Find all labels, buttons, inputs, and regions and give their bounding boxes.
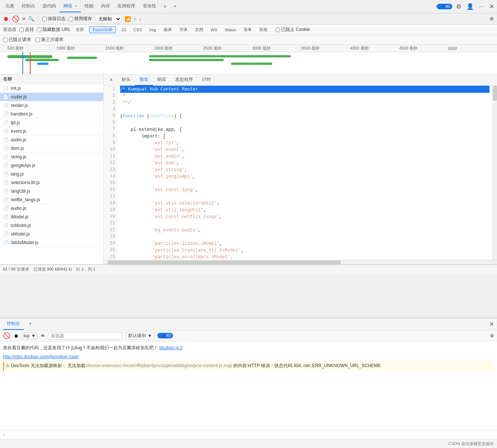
filter-fetch-xhr[interactable]: Fetch/XHR (89, 26, 116, 33)
file-item-event[interactable]: 📄 event.js (0, 127, 103, 136)
disable-cache-checkbox[interactable]: 禁用缓存 (69, 16, 92, 22)
file-item-audio[interactable]: 📄 audio.js (0, 136, 103, 144)
filter-all[interactable]: 全部 (73, 26, 86, 33)
code-line-2: * (120, 93, 490, 100)
network-settings-icon[interactable]: ⚙ (490, 16, 494, 22)
file-item-googleapi[interactable]: 📄 googleApi.js (0, 161, 103, 170)
filter-ws[interactable]: WS (208, 27, 220, 33)
preserve-log-checkbox[interactable]: 保留日志 (42, 16, 66, 22)
file-item-router[interactable]: 📄 router.js (0, 93, 103, 101)
file-item-init[interactable]: 📄 init.js (0, 84, 103, 93)
file-item-lmodel[interactable]: 📄 lModel.js (0, 213, 103, 221)
upload-icon[interactable]: ↑ (134, 16, 136, 22)
file-icon-langutil: 📄 (3, 189, 9, 194)
file-item-dom[interactable]: 📄 dom.js (0, 144, 103, 153)
console-tabs: 控制台 + ✕ (0, 318, 497, 330)
console-settings-icon[interactable]: ⚙ (490, 333, 494, 338)
console-msg-1-link[interactable]: douban.js:2 (159, 345, 182, 350)
console-tab-main[interactable]: 控制台 (3, 318, 24, 330)
file-item-selectorsutil[interactable]: 📄 selectorsUtil.js (0, 179, 103, 187)
file-item-smodel[interactable]: 📄 sModel.js (0, 230, 103, 239)
file-item-netflix-langs[interactable]: 📄 netflix_langs.js (0, 196, 103, 204)
reverse-checkbox[interactable]: 反转 (19, 26, 34, 33)
file-item-render[interactable]: 📄 render.js (0, 101, 103, 110)
third-party-checkbox[interactable]: 第三方请求 (35, 37, 63, 43)
console-input[interactable] (7, 432, 494, 438)
tab-security[interactable]: 安全性 (139, 1, 160, 12)
filter-img[interactable]: Img (147, 27, 158, 33)
file-item-audio2[interactable]: 📄 audio.js (0, 204, 103, 213)
download-icon[interactable]: ↓ (139, 16, 142, 22)
code-tab-preview[interactable]: 预览 (135, 75, 153, 86)
code-tab-headers[interactable]: 标头 (117, 75, 135, 86)
tab-elements[interactable]: 元素 (1, 1, 18, 12)
code-line-16: 'ext.const.lang', (120, 187, 490, 193)
filter-font[interactable]: 字体 (177, 26, 190, 33)
tab-application[interactable]: 应用程序 (114, 1, 139, 12)
console-record-button[interactable]: ⏺ (13, 333, 19, 339)
filter-wasm[interactable]: Wasm (223, 27, 239, 33)
file-icon-lang: 📄 (3, 171, 9, 177)
timeline-bar-7 (216, 55, 291, 57)
close-icon[interactable]: ✕ (488, 2, 496, 11)
more-icon[interactable]: ··· (478, 3, 485, 11)
code-line-15 (120, 180, 490, 187)
file-icon-smodel: 📄 (3, 231, 9, 237)
file-item-lang[interactable]: 📄 lang.js (0, 170, 103, 179)
console-filter-input[interactable] (48, 332, 123, 340)
file-icon-dom: 📄 (3, 146, 9, 151)
file-item-langutil[interactable]: 📄 langUtil.js (0, 187, 103, 196)
blocked-cookie-checkbox[interactable]: 已阻止 Cookie (276, 26, 310, 33)
filter-js[interactable]: JS (119, 27, 128, 33)
file-item-handlers[interactable]: 📄 handlers.js (0, 110, 103, 119)
tab-sources[interactable]: 源代码 (39, 1, 60, 12)
filter-other[interactable]: 其他 (257, 26, 270, 33)
code-line-3: **/ (120, 100, 490, 106)
filter-media[interactable]: 媒体 (161, 26, 174, 33)
code-scrollbar-h-track[interactable] (104, 260, 493, 264)
blocked-requests-checkbox[interactable]: 已阻止请求 (3, 37, 31, 43)
file-list-header: 名称 (0, 75, 103, 84)
user-icon[interactable]: 👤 (465, 2, 475, 11)
console-tab-add[interactable]: + (25, 319, 35, 329)
filter-manifest[interactable]: 清单 (241, 26, 254, 33)
filter-css[interactable]: CSS (131, 27, 144, 33)
code-scrollbar-vertical[interactable] (493, 86, 497, 260)
tab-network[interactable]: 网络 × (60, 1, 81, 12)
clear-button[interactable]: 🚫 (12, 15, 19, 22)
tab-performance[interactable]: 性能 (81, 1, 97, 12)
tab-more[interactable]: » (160, 1, 170, 12)
code-line-26: 'particles.scrollbars.sModel'. (120, 254, 490, 260)
console-top-selector[interactable]: top ▼ (22, 332, 38, 339)
console-close-button[interactable]: ✕ (489, 321, 494, 328)
file-item-string[interactable]: 📄 string.js (0, 153, 103, 161)
tab-console[interactable]: 控制台 (18, 1, 39, 12)
console-eye-icon[interactable]: 👁 (41, 333, 45, 338)
hide-data-url-checkbox[interactable]: 隐藏数据 URL (37, 26, 70, 33)
filter-button[interactable]: ≡ (22, 16, 25, 22)
timeline-bar-4 (37, 63, 48, 65)
code-tab-timing[interactable]: 计时 (198, 75, 216, 86)
record-button[interactable]: ⏺ (3, 16, 9, 22)
wifi-icon[interactable]: 📶 (125, 16, 131, 22)
throttle-select[interactable]: 无限制 慢速3G 快速3G (95, 15, 122, 23)
tab-add[interactable]: + (170, 1, 180, 12)
filter-doc[interactable]: 文档 (193, 26, 205, 33)
file-icon-event: 📄 (3, 129, 9, 134)
file-item-tcmodel[interactable]: 📄 tcModel.js (0, 221, 103, 230)
issue-badge[interactable]: 🔵 40 (437, 4, 452, 9)
console-clear-button[interactable]: 🚫 (3, 332, 10, 339)
search-button[interactable]: 🔍 (28, 16, 34, 22)
file-item-tpl[interactable]: 📄 tpl.js (0, 119, 103, 127)
tab-memory[interactable]: 内存 (97, 1, 114, 12)
douban-jobs-link[interactable]: http://jobs.douban.com/#position-zsqd (3, 354, 78, 359)
console-level-selector[interactable]: 默认级别 ▼ (126, 332, 155, 340)
code-line-10: 'ext.event', (120, 146, 490, 153)
code-tabs: × 标头 预览 响应 发起程序 计时 (104, 75, 497, 86)
code-tab-response[interactable]: 响应 (153, 75, 171, 86)
file-item-3dotsmodel[interactable]: 📄 3dotsModel.js (0, 239, 103, 247)
code-tab-close[interactable]: × (105, 75, 117, 86)
tab-network-close[interactable]: × (75, 4, 77, 8)
settings-icon[interactable]: ⚙ (454, 2, 463, 11)
code-tab-initiator[interactable]: 发起程序 (171, 75, 198, 86)
